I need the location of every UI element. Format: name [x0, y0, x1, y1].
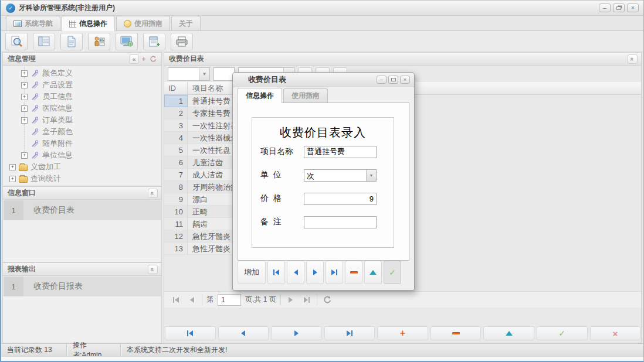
dialog-tab-info-operation[interactable]: 信息操作: [238, 88, 282, 103]
cell-id[interactable]: 1: [164, 95, 188, 107]
expand-plus-icon[interactable]: [21, 94, 28, 100]
refresh-icon[interactable]: [148, 54, 158, 64]
table-add-button[interactable]: [143, 33, 165, 50]
add-button[interactable]: 增加: [238, 261, 266, 284]
dialog-maximize-button[interactable]: [388, 76, 398, 84]
tree-item[interactable]: 盒子颜色: [3, 126, 161, 138]
dialog-minimize-button[interactable]: –: [377, 76, 387, 84]
price-input[interactable]: [304, 193, 377, 205]
next-record-button[interactable]: [306, 261, 324, 284]
tree-item[interactable]: 颜色定义: [3, 67, 161, 79]
report-output-item[interactable]: 1 收费价目报表: [4, 276, 161, 296]
cancel-button[interactable]: [590, 326, 641, 340]
panel-report-output: 报表输出 « 1 收费价目报表: [2, 262, 162, 343]
document-button[interactable]: [60, 33, 83, 50]
record-count: 当前记录数 13: [1, 344, 67, 356]
tab-user-guide[interactable]: 使用指南: [116, 16, 170, 30]
next-page-icon[interactable]: [285, 294, 297, 306]
tab-about[interactable]: 关于: [171, 16, 201, 30]
cell-id[interactable]: 5: [164, 144, 188, 156]
cell-id[interactable]: 11: [164, 218, 188, 230]
tab-info-operation[interactable]: 信息操作: [62, 16, 115, 31]
edit-record-button[interactable]: [364, 261, 382, 284]
cell-id[interactable]: 6: [164, 156, 188, 169]
last-page-icon[interactable]: [301, 294, 313, 306]
refresh-icon[interactable]: [321, 294, 333, 306]
remark-input[interactable]: [304, 216, 377, 228]
plus-icon[interactable]: +: [139, 54, 148, 64]
tree-item[interactable]: 员工信息: [3, 91, 161, 103]
expand-plus-icon[interactable]: [21, 82, 28, 88]
tab-system-nav[interactable]: 系统导航: [6, 16, 60, 30]
confirm-button[interactable]: [537, 326, 588, 340]
cell-id[interactable]: 3: [164, 119, 188, 132]
tree-item-label: 员工信息: [42, 91, 73, 102]
minus-icon: [350, 271, 358, 274]
first-record-button[interactable]: [267, 261, 285, 284]
data-table-button[interactable]: [33, 33, 55, 50]
expand-plus-icon[interactable]: [21, 117, 28, 124]
monitor-globe-button[interactable]: [116, 33, 138, 50]
minimize-button[interactable]: –: [599, 4, 611, 12]
tree-item[interactable]: 订单类型: [3, 114, 161, 126]
tree-item-label: 随单附件: [42, 138, 73, 149]
delete-record-button[interactable]: [345, 261, 362, 284]
prev-page-icon[interactable]: [186, 294, 198, 306]
first-record-button[interactable]: [165, 326, 216, 340]
column-header-id[interactable]: ID: [164, 82, 188, 94]
dialog-tab-user-guide[interactable]: 使用指南: [283, 88, 328, 103]
cell-id[interactable]: 12: [164, 230, 188, 243]
tree-item[interactable]: 产品设置: [3, 79, 161, 91]
first-page-icon[interactable]: [170, 294, 182, 306]
last-record-button[interactable]: [326, 261, 343, 284]
tab-label: 系统导航: [25, 19, 53, 29]
printer-button[interactable]: [171, 33, 193, 50]
tree-item[interactable]: 单位信息: [3, 149, 161, 161]
edit-record-button[interactable]: [483, 326, 534, 340]
tree-item[interactable]: 查询统计: [3, 173, 161, 185]
cell-id[interactable]: 2: [164, 107, 188, 119]
chevron-down-icon: ▾: [199, 68, 209, 80]
cell-id[interactable]: 7: [164, 169, 188, 181]
prev-record-button[interactable]: [218, 326, 269, 340]
page-label-before: 第: [206, 295, 213, 305]
cell-id[interactable]: 8: [164, 181, 188, 193]
tree-item[interactable]: 义齿加工: [3, 161, 161, 173]
dialog-close-button[interactable]: ×: [400, 76, 410, 84]
tab-label: 信息操作: [79, 19, 107, 29]
collapse-up-icon[interactable]: «: [148, 265, 158, 274]
cell-id[interactable]: 10: [164, 206, 188, 218]
expand-plus-icon[interactable]: [9, 164, 16, 170]
tree-item[interactable]: 医院信息: [3, 103, 161, 114]
confirm-button[interactable]: [384, 261, 401, 284]
cell-id[interactable]: 13: [164, 243, 188, 255]
filter-combobox[interactable]: ▾: [168, 67, 210, 81]
collapse-left-icon[interactable]: «: [129, 54, 139, 64]
unit-select[interactable]: 次 ▾: [304, 169, 377, 182]
tree-item[interactable]: 随单附件: [3, 138, 161, 149]
info-window-item[interactable]: 1 收费价目表: [4, 200, 161, 220]
close-button[interactable]: ×: [627, 4, 639, 12]
app-logo-icon: ✓: [6, 4, 15, 13]
page-number-input[interactable]: [218, 294, 241, 306]
tools-icon: [30, 116, 39, 124]
cell-id[interactable]: 4: [164, 132, 188, 144]
expand-plus-icon[interactable]: [21, 152, 28, 159]
expand-plus-icon[interactable]: [9, 176, 16, 182]
item-number: 1: [4, 200, 23, 220]
delete-record-button[interactable]: [431, 326, 482, 340]
expand-plus-icon[interactable]: [21, 70, 28, 77]
collapse-up-icon[interactable]: «: [148, 189, 158, 198]
next-record-button[interactable]: [271, 326, 322, 340]
restore-button[interactable]: [613, 4, 625, 12]
item-name-input[interactable]: [304, 146, 377, 158]
add-record-button[interactable]: [377, 326, 428, 340]
expand-plus-icon[interactable]: [21, 105, 28, 112]
collapse-up-icon[interactable]: «: [628, 54, 638, 64]
cell-id[interactable]: 9: [164, 193, 188, 206]
prev-record-button[interactable]: [287, 261, 304, 284]
last-record-button[interactable]: [324, 326, 375, 340]
preview-search-button[interactable]: [5, 33, 28, 50]
staff-report-button[interactable]: [88, 33, 110, 50]
filter-input[interactable]: [213, 67, 235, 81]
